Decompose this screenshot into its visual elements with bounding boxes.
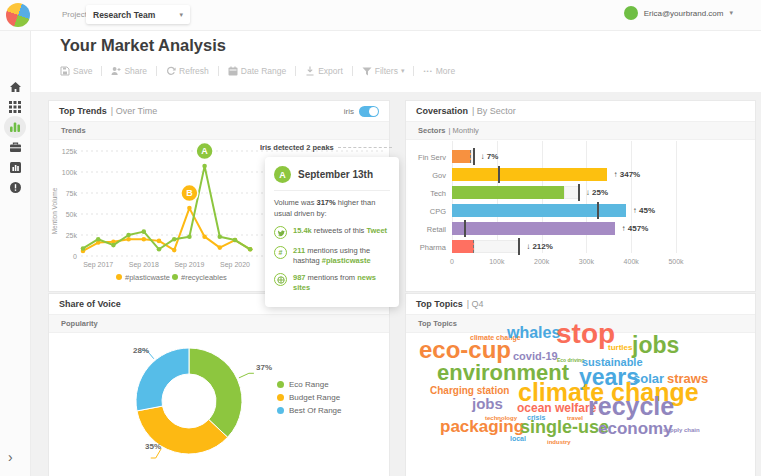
sidebar-item-apps[interactable] (0, 96, 30, 118)
label-leader-line (239, 373, 254, 378)
data-point (172, 237, 177, 242)
data-point (142, 237, 147, 242)
page-title: Your Market Analysis (60, 36, 226, 55)
data-point (172, 248, 177, 253)
project-selector[interactable]: Research Team ▾ (86, 5, 190, 24)
popup-link[interactable]: 15.4k (293, 226, 312, 235)
legend-label: Eco Range (289, 380, 329, 389)
legend-label: Best Of Range (289, 406, 341, 415)
legend-label: Budget Range (289, 393, 340, 402)
topic-word[interactable]: jobs (632, 334, 679, 357)
app-logo-icon (6, 3, 30, 27)
sector-label: CPG (416, 207, 446, 216)
sector-bar[interactable] (452, 168, 607, 181)
topic-word[interactable]: local (510, 435, 526, 442)
project-label: Project (62, 10, 87, 19)
calendar-icon (228, 66, 238, 76)
toolbar-divider (101, 66, 102, 76)
filters-button[interactable]: Filters ▾ (362, 66, 405, 76)
iris-toggle[interactable] (359, 106, 379, 117)
panel-top-trends-header: Top Trends | Over Time iris (49, 101, 389, 122)
data-point (81, 246, 86, 251)
data-point (96, 237, 101, 242)
top-bar: Project Research Team ▾ Erica@yourbrand.… (0, 0, 761, 31)
sidebar-item-home[interactable] (0, 76, 30, 98)
topic-word[interactable]: single-use (520, 418, 609, 436)
refresh-button[interactable]: Refresh (166, 66, 209, 76)
export-button[interactable]: Export (305, 66, 343, 76)
data-point (248, 247, 253, 252)
topic-word[interactable]: packaging (440, 418, 524, 435)
report-chart-icon (9, 161, 22, 174)
change-badge: ↑ 457% (622, 224, 649, 233)
sector-bar[interactable] (452, 186, 564, 199)
sidebar: › (0, 30, 31, 476)
sector-bar[interactable] (452, 204, 626, 217)
sector-label: Retail (416, 225, 446, 234)
sidebar-expand-button[interactable]: › (8, 450, 13, 464)
x-tick-label: Sep 2018 (129, 261, 159, 269)
topic-word[interactable]: stop (556, 320, 615, 348)
donut-slice[interactable] (189, 348, 242, 437)
topic-word[interactable]: recycle (588, 394, 674, 419)
gridline (676, 141, 677, 253)
more-button[interactable]: ••• More (423, 66, 455, 76)
share-button[interactable]: Share (111, 66, 147, 76)
gridline (586, 141, 587, 253)
legend-dot (277, 381, 284, 388)
data-point (233, 238, 238, 243)
topic-word[interactable]: whales (507, 325, 560, 341)
popup-link[interactable]: Tweet (366, 226, 387, 235)
data-point (126, 233, 131, 238)
data-point (111, 243, 116, 248)
slice-pct-label: 35% (145, 442, 161, 451)
popup-header: A September 13th (274, 166, 390, 191)
hashtag-icon: # (274, 246, 287, 259)
data-point (218, 245, 223, 250)
popup-link[interactable]: #plasticwaste (322, 256, 371, 265)
sidebar-item-analytics[interactable] (0, 116, 30, 138)
legend-label: #recycleables (181, 273, 227, 282)
change-badge: ↓ 212% (526, 242, 553, 251)
legend-item: Budget Range (277, 391, 341, 404)
save-button[interactable]: Save (60, 66, 92, 76)
popup-link[interactable]: 987 (293, 273, 306, 282)
panel-share-of-voice: Share of Voice Popularity 37%35%28% Eco … (48, 293, 390, 476)
sidebar-item-alerts[interactable] (0, 176, 30, 198)
popup-bold-value: 317% (317, 198, 336, 207)
sidebar-item-reports[interactable] (0, 156, 30, 178)
topic-word[interactable]: economy (598, 420, 673, 437)
legend-label: #plasticwaste (125, 273, 170, 282)
sector-label: Tech (416, 189, 446, 198)
ellipsis-icon: ••• (423, 68, 432, 74)
previous-value-tick (578, 184, 580, 201)
legend-dot (116, 274, 122, 280)
topic-word[interactable]: ocean welfare (517, 402, 596, 414)
panel-top-topics: Top Topics | Q4 Top Topics climate chang… (405, 293, 756, 476)
peak-marker-a: A (274, 166, 291, 183)
popup-item-plain-text: retweets of this (312, 226, 367, 235)
y-tick-label: 100k (62, 169, 78, 176)
sidebar-item-projects[interactable] (0, 136, 30, 158)
home-icon (9, 81, 22, 93)
y-tick-label: 50k (66, 211, 78, 218)
popup-item: 987 mentions from news sites (274, 273, 390, 293)
avatar (624, 6, 638, 20)
legend-dot (172, 274, 178, 280)
x-tick-label: Sep 2019 (174, 261, 204, 269)
topic-word[interactable]: eco-cup (419, 338, 511, 362)
sector-label: Pharma (416, 243, 446, 252)
date-range-button[interactable]: Date Range (228, 66, 286, 76)
toggle-knob (369, 107, 378, 116)
topic-word[interactable]: industry (547, 439, 571, 445)
sector-bar[interactable] (452, 150, 471, 163)
topic-word[interactable]: jobs (472, 396, 503, 411)
data-point (202, 234, 207, 239)
donut-slice[interactable] (136, 348, 189, 411)
topic-word[interactable]: turtles (608, 344, 632, 352)
sector-bar[interactable] (452, 240, 474, 253)
sector-bar[interactable] (452, 222, 615, 235)
popup-link[interactable]: 211 (293, 246, 305, 255)
topic-word[interactable]: supply chain (663, 427, 700, 433)
user-menu[interactable]: Erica@yourbrand.com ▾ (624, 6, 733, 20)
